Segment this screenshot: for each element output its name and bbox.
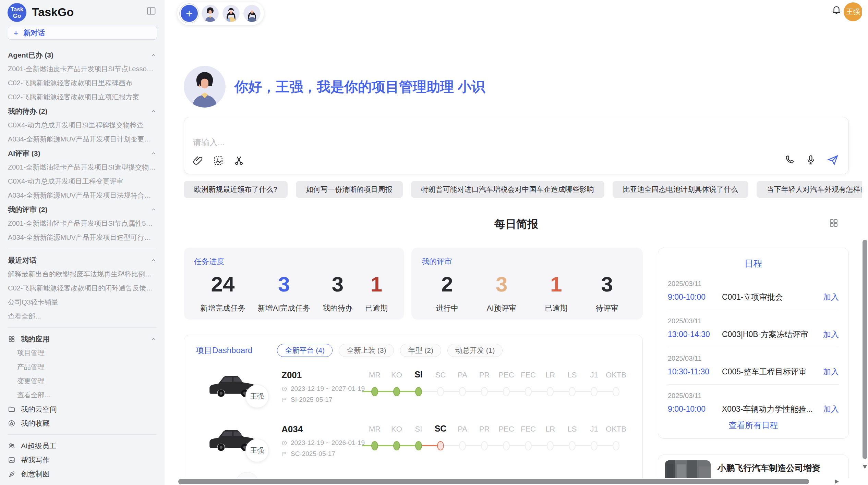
stat-my-todo: 3 我的待办 <box>323 273 353 313</box>
add-conversation-button[interactable]: + <box>181 5 198 22</box>
sidebar-item[interactable]: C02-飞腾新能源轻客改款项目立项汇报方案 <box>8 90 157 104</box>
composer-right-tools <box>784 153 840 166</box>
schedule-event-title: C003|H0B-方案冻结评审 <box>722 329 823 340</box>
horizontal-scrollbar-thumb[interactable] <box>178 479 809 484</box>
divider <box>668 347 839 347</box>
milestone-node <box>437 387 444 396</box>
tab-new-platform[interactable]: 全新平台 (4) <box>277 344 333 357</box>
milestone-node-done <box>371 387 378 396</box>
schedule-date: 2025/03/11 <box>668 392 839 400</box>
section-label: AI评审 (3) <box>8 149 40 158</box>
project-row-z001[interactable]: 王强 Z001 2023-12-19 ~ 2027-01-19 SI-2025-… <box>184 367 643 421</box>
sidebar-item[interactable]: A034-全新新能源MUV产品开发项目法规符合性评审 <box>8 188 157 202</box>
composer-placeholder: 请输入... <box>193 137 225 148</box>
tab-new-body[interactable]: 全新上装 (3) <box>339 344 394 357</box>
creative-draw-label: 创意制图 <box>21 469 50 479</box>
sidebar-section-agent-done[interactable]: Agent已办 (3) <box>8 48 157 62</box>
greeting: 你好，王强，我是你的项目管理助理 小识 <box>234 77 485 96</box>
schedule-event-title: C005-整车工程目标评审 <box>722 366 823 377</box>
join-button[interactable]: 加入 <box>823 366 839 377</box>
suggestion-chip[interactable]: 比亚迪全固态电池计划具体说了什么 <box>613 181 748 198</box>
sidebar-item[interactable]: C0X4-动力总成开发项目工程变更评审 <box>8 174 157 188</box>
chevron-up-icon <box>150 150 157 157</box>
screenshot-button[interactable] <box>233 155 245 166</box>
sidebar-app-item[interactable]: 变更管理 <box>8 374 157 388</box>
sidebar-item-cloud-space[interactable]: 我的云空间 <box>8 402 157 416</box>
taskgo-app: Task Go TaskGo + 新对话 Agent已办 (3) Z001-全新… <box>0 0 868 485</box>
voice-call-button[interactable] <box>784 154 796 166</box>
horizontal-scrollbar[interactable] <box>178 478 868 485</box>
task-progress-card: 任务进度 24 新增完成任务 3 新增AI完成任务 3 <box>184 248 404 320</box>
sidebar-section-my-apps[interactable]: 我的应用 <box>8 332 157 346</box>
new-chat-button[interactable]: + 新对话 <box>8 26 157 40</box>
attachment-button[interactable] <box>192 155 204 166</box>
schedule-event-title: C001-立项审批会 <box>722 292 823 302</box>
sidebar-item-favorites[interactable]: 我的收藏 <box>8 416 157 430</box>
sidebar-section-ai-review[interactable]: AI评审 (3) <box>8 146 157 160</box>
project-dashboard-card: 项目Dashboard 全新平台 (4) 全新上装 (3) 年型 (2) 动总开… <box>184 335 643 485</box>
sidebar-item[interactable]: Z001-全新燃油轻卡产品开发项目SI节点属性5D文件评审 <box>8 216 157 231</box>
suggestion-chip[interactable]: 特朗普可能对进口汽车增税会对中国车企造成哪些影响 <box>411 181 604 198</box>
sidebar-item[interactable]: A034-全新新能源MUV产品开发项目造型可行性评审 <box>8 231 157 245</box>
sidebar-section-my-review[interactable]: 我的评审 (2) <box>8 202 157 216</box>
feather-icon <box>8 470 15 478</box>
sidebar-item[interactable]: A034-全新新能源MUV产品开发项目计划变更表编写 <box>8 132 157 146</box>
divider <box>668 384 839 385</box>
conversation-avatars: + <box>177 2 264 25</box>
sidebar-item[interactable]: Z001-全新燃油轻卡产品开发项目SI造型提交物评审 <box>8 160 157 174</box>
stat-ai-prereview: 3 AI预评审 <box>487 273 517 313</box>
suggestion-chip[interactable]: 如何写一份清晰的项目周报 <box>296 181 403 198</box>
my-review-card: 我的评审 2 进行中 3 AI预评审 1 <box>411 248 643 320</box>
chevron-up-icon <box>150 257 157 263</box>
join-button[interactable]: 加入 <box>823 329 839 340</box>
sidebar-list: Agent已办 (3) Z001-全新燃油皮卡产品开发项目SI节点Lesson … <box>0 48 165 485</box>
recent-chat-item[interactable]: 解释最新出台的欧盟报废车法规再生塑料比例被调至15%... <box>8 267 157 281</box>
scrollbar-down-arrow[interactable] <box>863 465 867 469</box>
suggestion-chip[interactable]: 欧洲新规最近颁布了什么? <box>184 181 288 198</box>
sidebar-app-item[interactable]: 产品管理 <box>8 360 157 374</box>
tab-powertrain[interactable]: 动总开发 (1) <box>447 344 503 357</box>
view-all-schedule-link[interactable]: 查看所有日程 <box>658 420 848 431</box>
mic-button[interactable] <box>805 154 817 166</box>
suggestion-chip[interactable]: 当下年轻人对汽车外观有怎样的喜好趋势 <box>757 181 868 198</box>
avatar-female-1[interactable] <box>222 5 240 22</box>
sidebar-app-item[interactable]: 项目管理 <box>8 346 157 360</box>
recent-chats-view-all[interactable]: 查看全部... <box>8 309 157 323</box>
sidebar-section-my-todo[interactable]: 我的待办 (2) <box>8 104 157 118</box>
suggestion-chips: 欧洲新规最近颁布了什么? 如何写一份清晰的项目周报 特朗普可能对进口汽车增税会对… <box>184 181 849 198</box>
insert-image-button[interactable] <box>213 155 225 166</box>
send-button[interactable] <box>827 153 840 166</box>
avatar-female-2[interactable] <box>243 5 261 22</box>
scrollbar-right-arrow[interactable] <box>835 480 839 484</box>
composer[interactable]: 请输入... <box>184 117 849 174</box>
milestone-timeline: MR KO SI SC PA PR PEC FEC LR LS J1 OKTB <box>184 367 643 421</box>
project-row-a034[interactable]: 王强 A034 2023-12-19 ~ 2026-01-19 SC-2025-… <box>184 421 643 475</box>
sidebar-item[interactable]: C0X4-动力总成开发项目SI里程碑提交物检查 <box>8 118 157 132</box>
milestone-node <box>459 441 466 450</box>
sidebar-item[interactable]: Z001-全新燃油皮卡产品开发项目SI节点Lesson Learn报告 <box>8 62 157 76</box>
sidebar-item[interactable]: C02-飞腾新能源轻客改款项目里程碑画布 <box>8 76 157 90</box>
people-icon <box>8 442 15 450</box>
tab-year-model[interactable]: 年型 (2) <box>400 344 441 357</box>
vertical-scrollbar-thumb[interactable] <box>863 240 867 459</box>
user-avatar[interactable]: 王强 <box>844 2 863 21</box>
sidebar-item-creative-draw[interactable]: 创意制图 <box>8 467 157 481</box>
milestone-node <box>547 441 554 450</box>
recent-chat-item[interactable]: 公司Q3轻卡销量 <box>8 295 157 309</box>
recent-chat-item[interactable]: C02-飞腾新能源轻客改款项目的闭环通告反馈情况 <box>8 281 157 295</box>
apps-view-all[interactable]: 查看全部... <box>8 388 157 402</box>
stat-new-ai-done: 3 新增AI完成任务 <box>258 273 310 313</box>
sidebar-item-ai-staff[interactable]: AI超级员工 <box>8 439 157 453</box>
join-button[interactable]: 加入 <box>823 404 839 414</box>
schedule-date: 2025/03/11 <box>668 317 839 325</box>
favorites-label: 我的收藏 <box>21 419 50 428</box>
vertical-scrollbar[interactable] <box>862 0 868 478</box>
sidebar-item-help-write[interactable]: 帮我写作 <box>8 453 157 467</box>
sidebar-collapse-button[interactable] <box>146 5 157 16</box>
sidebar-section-recent-chats[interactable]: 最近对话 <box>8 253 157 267</box>
join-button[interactable]: 加入 <box>823 292 839 302</box>
notification-bell-icon[interactable] <box>831 4 842 15</box>
folder-icon <box>8 406 15 413</box>
avatar-male[interactable] <box>202 5 219 22</box>
layout-grid-icon[interactable] <box>829 218 839 228</box>
